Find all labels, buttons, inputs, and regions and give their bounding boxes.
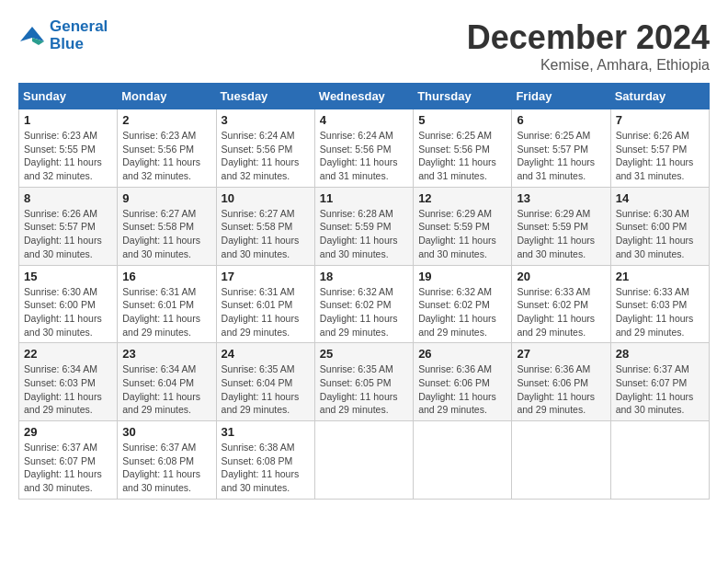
calendar-cell: 18Sunrise: 6:32 AM Sunset: 6:02 PM Dayli… [314, 265, 413, 343]
calendar-cell: 31Sunrise: 6:38 AM Sunset: 6:08 PM Dayli… [216, 421, 314, 500]
day-info: Sunrise: 6:37 AM Sunset: 6:08 PM Dayligh… [122, 441, 210, 495]
day-info: Sunrise: 6:25 AM Sunset: 5:56 PM Dayligh… [418, 129, 506, 183]
day-info: Sunrise: 6:26 AM Sunset: 5:57 PM Dayligh… [616, 129, 704, 183]
logo-icon [18, 25, 46, 47]
day-info: Sunrise: 6:33 AM Sunset: 6:03 PM Dayligh… [616, 285, 704, 339]
day-number: 23 [122, 347, 210, 361]
day-number: 13 [517, 191, 605, 205]
calendar-cell: 11Sunrise: 6:28 AM Sunset: 5:59 PM Dayli… [314, 187, 413, 265]
calendar-cell: 8Sunrise: 6:26 AM Sunset: 5:57 PM Daylig… [19, 187, 118, 265]
title-block: December 2024 Kemise, Amhara, Ethiopia [467, 18, 710, 74]
day-info: Sunrise: 6:33 AM Sunset: 6:02 PM Dayligh… [517, 285, 605, 339]
calendar-cell: 15Sunrise: 6:30 AM Sunset: 6:00 PM Dayli… [19, 265, 118, 343]
day-info: Sunrise: 6:29 AM Sunset: 5:59 PM Dayligh… [517, 207, 605, 261]
calendar-week-row: 15Sunrise: 6:30 AM Sunset: 6:00 PM Dayli… [19, 265, 710, 343]
day-info: Sunrise: 6:38 AM Sunset: 6:08 PM Dayligh… [222, 441, 310, 495]
day-number: 6 [517, 113, 605, 127]
calendar-cell: 3Sunrise: 6:24 AM Sunset: 5:56 PM Daylig… [216, 109, 314, 188]
day-info: Sunrise: 6:31 AM Sunset: 6:01 PM Dayligh… [222, 285, 310, 339]
day-of-week-header: Thursday [414, 84, 512, 109]
day-info: Sunrise: 6:30 AM Sunset: 6:00 PM Dayligh… [616, 207, 704, 261]
calendar-cell: 2Sunrise: 6:23 AM Sunset: 5:56 PM Daylig… [118, 109, 216, 188]
day-number: 25 [320, 347, 408, 361]
day-of-week-header: Sunday [19, 84, 118, 109]
calendar-cell: 5Sunrise: 6:25 AM Sunset: 5:56 PM Daylig… [414, 109, 512, 188]
page-header: General Blue December 2024 Kemise, Amhar… [18, 18, 710, 74]
day-info: Sunrise: 6:25 AM Sunset: 5:57 PM Dayligh… [517, 129, 605, 183]
calendar-cell [314, 421, 413, 500]
calendar-week-row: 22Sunrise: 6:34 AM Sunset: 6:03 PM Dayli… [19, 343, 710, 421]
day-number: 21 [616, 270, 704, 283]
calendar-week-row: 1Sunrise: 6:23 AM Sunset: 5:55 PM Daylig… [19, 109, 710, 188]
day-of-week-header: Saturday [610, 84, 709, 109]
month-title: December 2024 [467, 18, 710, 57]
day-number: 24 [222, 347, 310, 361]
calendar-cell: 24Sunrise: 6:35 AM Sunset: 6:04 PM Dayli… [216, 343, 314, 421]
calendar-cell: 27Sunrise: 6:36 AM Sunset: 6:06 PM Dayli… [512, 343, 610, 421]
calendar-cell: 26Sunrise: 6:36 AM Sunset: 6:06 PM Dayli… [414, 343, 512, 421]
day-number: 19 [418, 270, 506, 283]
day-info: Sunrise: 6:37 AM Sunset: 6:07 PM Dayligh… [616, 362, 704, 417]
day-number: 28 [616, 347, 704, 361]
day-info: Sunrise: 6:23 AM Sunset: 5:55 PM Dayligh… [24, 129, 112, 183]
calendar-cell: 10Sunrise: 6:27 AM Sunset: 5:58 PM Dayli… [216, 187, 314, 265]
day-number: 31 [222, 425, 310, 439]
calendar-cell: 25Sunrise: 6:35 AM Sunset: 6:05 PM Dayli… [314, 343, 413, 421]
calendar-cell: 16Sunrise: 6:31 AM Sunset: 6:01 PM Dayli… [118, 265, 216, 343]
calendar-cell: 1Sunrise: 6:23 AM Sunset: 5:55 PM Daylig… [19, 109, 118, 188]
calendar-cell: 23Sunrise: 6:34 AM Sunset: 6:04 PM Dayli… [118, 343, 216, 421]
day-number: 17 [222, 270, 310, 283]
day-number: 18 [320, 270, 408, 283]
calendar-cell: 20Sunrise: 6:33 AM Sunset: 6:02 PM Dayli… [512, 265, 610, 343]
day-info: Sunrise: 6:27 AM Sunset: 5:58 PM Dayligh… [222, 207, 310, 261]
calendar-week-row: 8Sunrise: 6:26 AM Sunset: 5:57 PM Daylig… [19, 187, 710, 265]
day-info: Sunrise: 6:28 AM Sunset: 5:59 PM Dayligh… [320, 207, 408, 261]
calendar-cell: 21Sunrise: 6:33 AM Sunset: 6:03 PM Dayli… [610, 265, 709, 343]
day-info: Sunrise: 6:24 AM Sunset: 5:56 PM Dayligh… [320, 129, 408, 183]
day-number: 7 [616, 113, 704, 127]
day-of-week-header: Tuesday [216, 84, 314, 109]
day-info: Sunrise: 6:35 AM Sunset: 6:04 PM Dayligh… [222, 362, 310, 417]
day-of-week-header: Friday [512, 84, 610, 109]
day-info: Sunrise: 6:29 AM Sunset: 5:59 PM Dayligh… [418, 207, 506, 261]
day-info: Sunrise: 6:36 AM Sunset: 6:06 PM Dayligh… [418, 362, 506, 417]
day-number: 5 [418, 113, 506, 127]
calendar-cell: 12Sunrise: 6:29 AM Sunset: 5:59 PM Dayli… [414, 187, 512, 265]
day-info: Sunrise: 6:34 AM Sunset: 6:03 PM Dayligh… [24, 362, 112, 417]
logo-general: General [50, 18, 108, 36]
day-info: Sunrise: 6:34 AM Sunset: 6:04 PM Dayligh… [122, 362, 210, 417]
calendar-cell: 22Sunrise: 6:34 AM Sunset: 6:03 PM Dayli… [19, 343, 118, 421]
day-number: 15 [24, 270, 112, 283]
day-number: 26 [418, 347, 506, 361]
calendar-cell [610, 421, 709, 500]
day-number: 4 [320, 113, 408, 127]
day-number: 20 [517, 270, 605, 283]
day-of-week-header: Wednesday [314, 84, 413, 109]
calendar-header-row: SundayMondayTuesdayWednesdayThursdayFrid… [19, 84, 710, 109]
day-number: 27 [517, 347, 605, 361]
calendar-cell [512, 421, 610, 500]
calendar-cell [414, 421, 512, 500]
day-info: Sunrise: 6:35 AM Sunset: 6:05 PM Dayligh… [320, 362, 408, 417]
day-number: 2 [122, 113, 210, 127]
calendar-cell: 7Sunrise: 6:26 AM Sunset: 5:57 PM Daylig… [610, 109, 709, 188]
calendar-cell: 30Sunrise: 6:37 AM Sunset: 6:08 PM Dayli… [118, 421, 216, 500]
location: Kemise, Amhara, Ethiopia [467, 57, 710, 74]
day-number: 16 [122, 270, 210, 283]
day-info: Sunrise: 6:36 AM Sunset: 6:06 PM Dayligh… [517, 362, 605, 417]
day-number: 9 [122, 191, 210, 205]
day-number: 29 [24, 425, 112, 439]
day-info: Sunrise: 6:31 AM Sunset: 6:01 PM Dayligh… [122, 285, 210, 339]
calendar-cell: 14Sunrise: 6:30 AM Sunset: 6:00 PM Dayli… [610, 187, 709, 265]
day-number: 14 [616, 191, 704, 205]
day-number: 11 [320, 191, 408, 205]
calendar-cell: 28Sunrise: 6:37 AM Sunset: 6:07 PM Dayli… [610, 343, 709, 421]
day-info: Sunrise: 6:23 AM Sunset: 5:56 PM Dayligh… [122, 129, 210, 183]
day-number: 8 [24, 191, 112, 205]
calendar-cell: 6Sunrise: 6:25 AM Sunset: 5:57 PM Daylig… [512, 109, 610, 188]
calendar-week-row: 29Sunrise: 6:37 AM Sunset: 6:07 PM Dayli… [19, 421, 710, 500]
calendar-cell: 9Sunrise: 6:27 AM Sunset: 5:58 PM Daylig… [118, 187, 216, 265]
day-number: 3 [222, 113, 310, 127]
day-number: 30 [122, 425, 210, 439]
calendar-cell: 29Sunrise: 6:37 AM Sunset: 6:07 PM Dayli… [19, 421, 118, 500]
